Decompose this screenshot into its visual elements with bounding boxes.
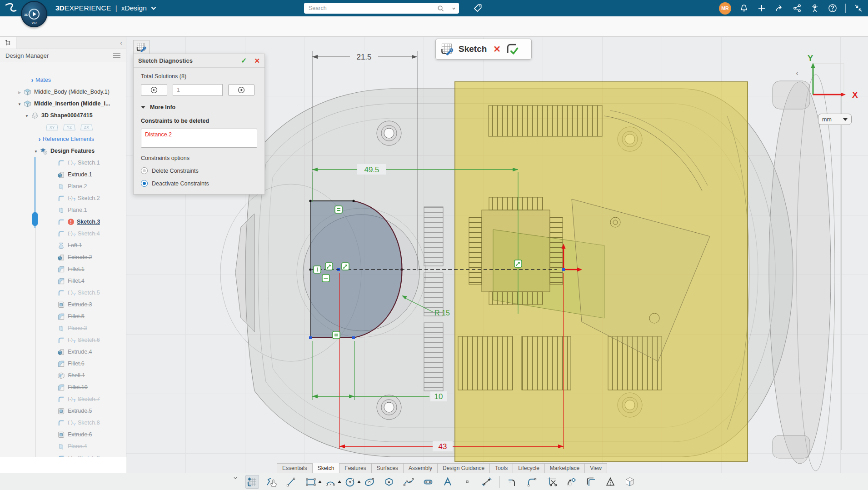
mirror-tool[interactable] bbox=[604, 475, 617, 489]
tree-item-fillet-5[interactable]: Fillet.5 bbox=[0, 310, 126, 322]
zx-plane-icon[interactable]: ZX bbox=[80, 125, 93, 130]
tree-item-shell-1[interactable]: Shell.1 bbox=[0, 370, 126, 381]
tab-marketplace[interactable]: Marketplace bbox=[545, 463, 585, 473]
search-input[interactable] bbox=[304, 5, 435, 11]
panel-menu-icon[interactable] bbox=[113, 53, 120, 58]
tree-item-extrude-4[interactable]: Extrude.4 bbox=[0, 346, 126, 358]
help-icon[interactable] bbox=[828, 3, 838, 13]
toolbar-divider[interactable] bbox=[499, 476, 500, 488]
tree-item-sketch-9[interactable]: Sketch.9 bbox=[0, 452, 126, 457]
previous-solution-button[interactable] bbox=[141, 84, 167, 96]
sketch-fillet-tool[interactable] bbox=[525, 475, 539, 489]
tree-view-tab[interactable] bbox=[0, 37, 16, 49]
app-switcher-chevron-icon[interactable] bbox=[150, 5, 157, 11]
dim-label-49-5[interactable]: 49.5 bbox=[364, 165, 379, 174]
ellipse-tool[interactable] bbox=[363, 475, 376, 489]
circle-tool[interactable] bbox=[343, 475, 357, 489]
dim-label-43[interactable]: 43 bbox=[439, 442, 447, 451]
highlighted-face[interactable] bbox=[455, 82, 749, 461]
tree-item-sketch-6[interactable]: Sketch.6 bbox=[0, 334, 126, 346]
solution-index-input[interactable] bbox=[173, 84, 223, 96]
tree-item-extrude-2[interactable]: Extrude.2 bbox=[0, 251, 126, 263]
dim-label-r15[interactable]: R 15 bbox=[434, 309, 450, 317]
tag-icon[interactable] bbox=[473, 3, 483, 13]
tree-item-sketch-7[interactable]: Sketch.7 bbox=[0, 393, 126, 405]
tree-item-fillet-4[interactable]: Fillet.4 bbox=[0, 275, 126, 287]
tree-item-plane-triad[interactable]: XY YZ ZX bbox=[0, 121, 126, 133]
tangent-constraint-icon[interactable] bbox=[342, 263, 349, 270]
dim-label-10[interactable]: 10 bbox=[434, 392, 443, 401]
tree-item-sketch-1[interactable]: Sketch.1 bbox=[0, 157, 126, 169]
arc-tool[interactable] bbox=[324, 475, 337, 489]
constraint-item[interactable]: Distance.2 bbox=[145, 131, 172, 138]
tab-sketch[interactable]: Sketch bbox=[313, 463, 340, 473]
panel-collapse-icon[interactable] bbox=[793, 67, 801, 79]
dialog-tab[interactable] bbox=[133, 40, 150, 54]
3dexperience-compass[interactable]: 3D V.R bbox=[21, 1, 47, 27]
tree-item-fillet-1[interactable]: Fillet.1 bbox=[0, 263, 126, 275]
equal-constraint-icon[interactable] bbox=[335, 206, 342, 213]
expand-arrow-icon[interactable] bbox=[16, 89, 23, 95]
radio-icon[interactable] bbox=[141, 180, 148, 187]
axis-triad[interactable]: Y X bbox=[808, 53, 858, 100]
tree-item-sketch-3[interactable]: Sketch.3 bbox=[0, 216, 126, 228]
tree-item-extrude-3[interactable]: Extrude.3 bbox=[0, 299, 126, 310]
line-tool[interactable] bbox=[284, 475, 298, 489]
polygon-tool[interactable] bbox=[382, 475, 396, 489]
dimension-21-5[interactable]: 21.5 bbox=[312, 51, 417, 62]
freehand-sketch-tool[interactable] bbox=[265, 475, 279, 489]
expand-arrow-icon[interactable] bbox=[29, 76, 35, 84]
equal-constraint-icon[interactable] bbox=[333, 331, 340, 339]
tab-assembly[interactable]: Assembly bbox=[404, 463, 438, 473]
text-tool[interactable] bbox=[441, 475, 454, 489]
radio-deactivate-constraints[interactable]: Deactivate Constraints bbox=[141, 180, 257, 187]
more-info-toggle[interactable]: More Info bbox=[141, 104, 257, 110]
sketch-vertex[interactable] bbox=[309, 336, 312, 339]
tree-item-middle-insertion[interactable]: Middle_Insertion (Middle_I... bbox=[0, 98, 126, 110]
tab-essentials[interactable]: Essentials bbox=[277, 463, 313, 473]
tree-item-fillet-10[interactable]: Fillet.10 bbox=[0, 381, 126, 393]
tangent-constraint-icon[interactable] bbox=[514, 260, 522, 267]
tree-item-extrude-1[interactable]: Extrude.1 bbox=[0, 169, 126, 180]
tree-item-extrude-6[interactable]: Extrude.6 bbox=[0, 429, 126, 440]
yz-plane-icon[interactable]: YZ bbox=[63, 125, 75, 130]
tree-item-sketch-2[interactable]: Sketch.2 bbox=[0, 192, 126, 204]
cancel-icon[interactable] bbox=[254, 57, 260, 65]
share-network-icon[interactable] bbox=[792, 3, 802, 13]
rollback-handle[interactable] bbox=[32, 212, 38, 226]
notifications-icon[interactable] bbox=[739, 3, 749, 13]
exit-sketch-confirm-icon[interactable] bbox=[505, 42, 519, 56]
horizontal-constraint-icon[interactable] bbox=[322, 275, 329, 282]
tree-item-3d-shape[interactable]: 3D Shape00047415 bbox=[0, 110, 126, 121]
corner-tool[interactable] bbox=[506, 475, 519, 489]
sketch-tool[interactable] bbox=[245, 475, 259, 489]
tree-item-plane-1[interactable]: Plane.1 bbox=[0, 204, 126, 216]
exit-sketch-cancel-icon[interactable] bbox=[493, 44, 501, 55]
divider[interactable] bbox=[845, 4, 846, 13]
rectangle-tool[interactable] bbox=[304, 475, 318, 489]
constraints-listbox[interactable]: Distance.2 bbox=[141, 129, 257, 148]
tab-design-guidance[interactable]: Design Guidance bbox=[438, 463, 490, 473]
add-icon[interactable] bbox=[757, 3, 767, 13]
avatar[interactable]: MR bbox=[719, 2, 731, 15]
tree-item-design-features[interactable]: Design Features bbox=[0, 145, 126, 157]
spline-tool[interactable] bbox=[402, 475, 415, 489]
units-dropdown[interactable]: mm bbox=[818, 114, 852, 125]
trim-tool[interactable] bbox=[545, 475, 559, 489]
slot-tool[interactable] bbox=[421, 475, 435, 489]
tree-item-middle-body[interactable]: Middle_Body (Middle_Body.1) bbox=[0, 86, 126, 98]
search-options-chevron-icon[interactable] bbox=[448, 3, 459, 13]
share-forward-icon[interactable] bbox=[774, 3, 784, 13]
tree-item-fillet-6[interactable]: Fillet.6 bbox=[0, 358, 126, 370]
plane-triad[interactable]: XY YZ ZX bbox=[46, 124, 92, 130]
tree-item-reference-elements[interactable]: Reference Elements bbox=[0, 133, 126, 145]
tree-item-plane-4[interactable]: Plane.4 bbox=[0, 440, 126, 452]
tab-lifecycle[interactable]: Lifecycle bbox=[513, 463, 545, 473]
tree-item-sketch-8[interactable]: Sketch.8 bbox=[0, 417, 126, 429]
tab-surfaces[interactable]: Surfaces bbox=[372, 463, 404, 473]
tab-tools[interactable]: Tools bbox=[490, 463, 513, 473]
expand-arrow-icon[interactable] bbox=[33, 148, 39, 154]
tree-item-sketch-5[interactable]: Sketch.5 bbox=[0, 287, 126, 299]
search-icon[interactable] bbox=[435, 3, 446, 13]
point-tool[interactable] bbox=[460, 475, 474, 489]
